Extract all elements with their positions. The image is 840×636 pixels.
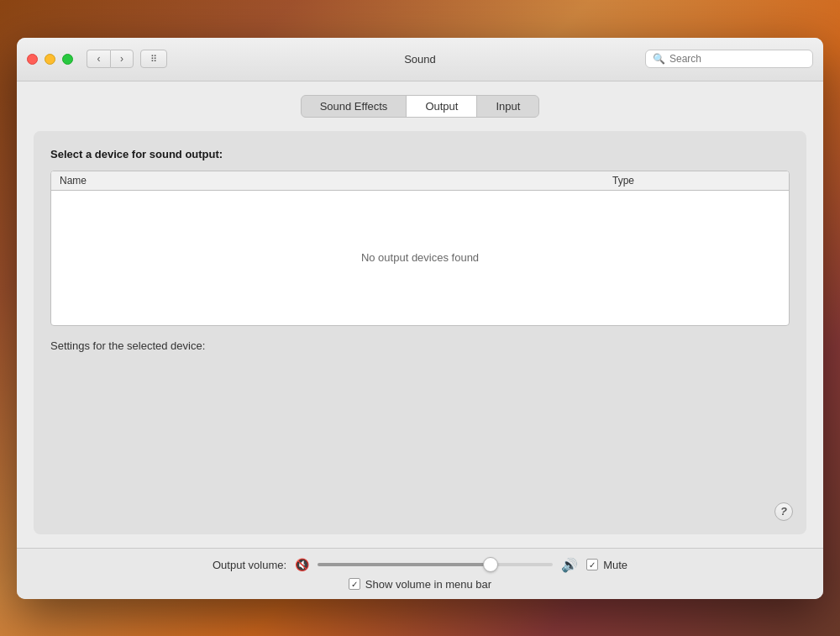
section-title: Select a device for sound output: bbox=[50, 148, 790, 160]
tab-sound-effects[interactable]: Sound Effects bbox=[302, 96, 407, 117]
nav-buttons: ‹ › bbox=[87, 50, 134, 68]
table-header: Name Type bbox=[51, 171, 789, 191]
back-button[interactable]: ‹ bbox=[87, 50, 110, 68]
output-panel: Select a device for sound output: Name T… bbox=[34, 131, 806, 534]
search-input[interactable] bbox=[669, 53, 806, 65]
show-volume-label: Show volume in menu bar bbox=[365, 578, 491, 591]
maximize-button[interactable] bbox=[62, 54, 73, 65]
no-devices-message: No output devices found bbox=[361, 251, 479, 264]
table-body: No output devices found bbox=[51, 191, 789, 325]
forward-button[interactable]: › bbox=[110, 50, 134, 68]
close-button[interactable] bbox=[27, 54, 38, 65]
col-type-header: Type bbox=[612, 175, 780, 187]
titlebar: ‹ › ⠿ Sound 🔍 bbox=[17, 38, 823, 81]
tabs: Sound Effects Output Input bbox=[301, 95, 540, 118]
tabs-container: Sound Effects Output Input bbox=[34, 95, 806, 118]
bottom-bar: Output volume: 🔇 🔊 ✓ Mute ✓ Show volume … bbox=[17, 548, 823, 599]
volume-row: Output volume: 🔇 🔊 ✓ Mute bbox=[34, 557, 806, 573]
show-volume-row: ✓ Show volume in menu bar bbox=[349, 578, 491, 591]
minimize-button[interactable] bbox=[45, 54, 55, 65]
speaker-low-icon: 🔇 bbox=[295, 558, 309, 571]
search-icon: 🔍 bbox=[653, 53, 665, 65]
device-table: Name Type No output devices found bbox=[50, 171, 790, 326]
grid-button[interactable]: ⠿ bbox=[140, 50, 167, 68]
main-window: ‹ › ⠿ Sound 🔍 Sound Effects Output Input… bbox=[17, 38, 823, 599]
mute-wrapper: ✓ Mute bbox=[586, 559, 627, 571]
speaker-high-icon: 🔊 bbox=[561, 557, 578, 573]
tab-output[interactable]: Output bbox=[407, 96, 477, 117]
volume-slider[interactable] bbox=[318, 563, 553, 566]
tab-input[interactable]: Input bbox=[477, 96, 538, 117]
mute-label: Mute bbox=[603, 559, 627, 571]
traffic-lights bbox=[27, 54, 73, 65]
volume-label: Output volume: bbox=[213, 559, 286, 571]
show-volume-checkbox[interactable]: ✓ bbox=[349, 578, 360, 590]
col-name-header: Name bbox=[60, 175, 612, 187]
search-bar[interactable]: 🔍 bbox=[645, 50, 813, 68]
settings-title: Settings for the selected device: bbox=[50, 339, 790, 352]
help-button[interactable]: ? bbox=[774, 502, 793, 521]
volume-slider-container bbox=[318, 563, 553, 566]
window-title: Sound bbox=[404, 53, 436, 66]
mute-checkbox[interactable]: ✓ bbox=[586, 559, 598, 570]
content-area: Sound Effects Output Input Select a devi… bbox=[17, 81, 823, 548]
